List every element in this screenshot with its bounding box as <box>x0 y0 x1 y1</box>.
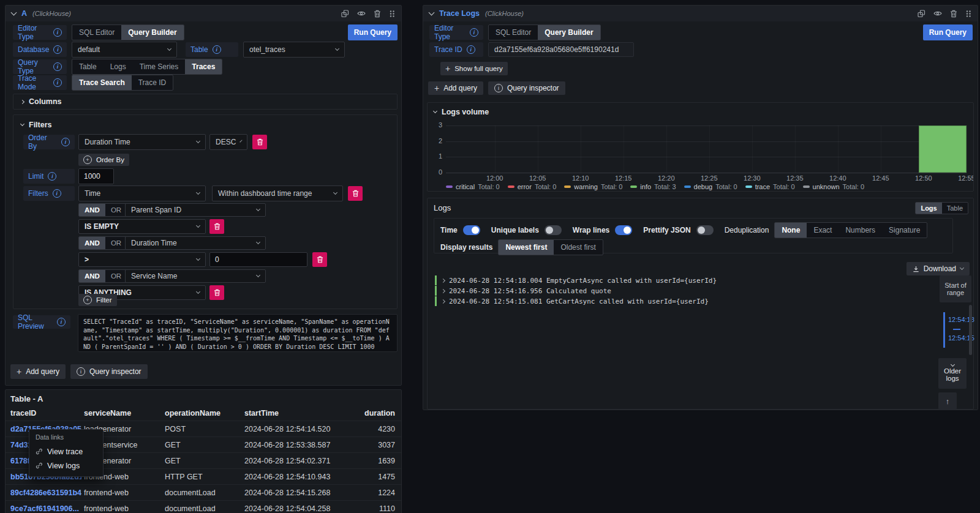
option-logs[interactable]: Logs <box>916 203 941 214</box>
log-entry[interactable]: 2024-06-28 12:54:16.956 Calculated quote <box>435 286 907 296</box>
option-numbers[interactable]: Numbers <box>839 223 882 238</box>
order-by-field-select[interactable]: Duration Time <box>78 134 206 150</box>
columns-section-toggle[interactable]: Columns <box>13 94 398 110</box>
and-or-toggle[interactable]: ANDOR <box>78 269 127 283</box>
option-table[interactable]: Table <box>72 59 104 74</box>
older-logs-button[interactable]: Older logs <box>938 358 967 389</box>
eye-icon[interactable] <box>933 10 942 17</box>
duplicate-icon[interactable] <box>918 10 925 18</box>
option-or[interactable]: OR <box>105 237 127 249</box>
legend-item-error[interactable]: errorTotal: 0 <box>508 183 557 190</box>
delete-condition-button[interactable] <box>312 252 327 267</box>
condition-operator-select[interactable]: IS EMPTY <box>78 219 206 234</box>
trace-mode-toggle[interactable]: Trace SearchTrace ID <box>72 75 173 91</box>
option-sql-editor[interactable]: SQL Editor <box>489 25 538 40</box>
legend-item-warning[interactable]: warningTotal: 0 <box>564 183 622 190</box>
info-icon[interactable]: i <box>213 45 221 54</box>
option-query-builder[interactable]: Query Builder <box>121 25 183 40</box>
column-header-starttime[interactable]: startTime <box>242 406 342 421</box>
table-select[interactable]: otel_traces <box>243 42 345 58</box>
option-trace-search[interactable]: Trace Search <box>72 75 132 90</box>
info-icon[interactable]: i <box>53 78 62 87</box>
order-by-direction-select[interactable]: DESC <box>209 134 247 150</box>
option-logs[interactable]: Logs <box>104 59 133 74</box>
option-sql-editor[interactable]: SQL Editor <box>72 25 121 40</box>
column-header-traceid[interactable]: traceID <box>6 406 81 421</box>
info-icon[interactable]: i <box>470 28 478 37</box>
option-query-builder[interactable]: Query Builder <box>538 25 600 40</box>
option-traces[interactable]: Traces <box>185 59 222 74</box>
legend-item-trace[interactable]: traceTotal: 0 <box>745 183 795 190</box>
panel-a-header[interactable]: A (ClickHouse) <box>6 6 401 21</box>
condition-field-select[interactable]: Service Name <box>125 269 266 283</box>
info-icon[interactable]: i <box>61 138 70 146</box>
info-icon[interactable]: i <box>57 318 66 326</box>
time-toggle[interactable] <box>463 225 480 235</box>
show-full-query-button[interactable]: + Show full query <box>440 62 508 75</box>
download-button[interactable]: Download <box>907 262 970 275</box>
query-type-toggle[interactable]: TableLogsTime SeriesTraces <box>72 59 222 75</box>
option-and[interactable]: AND <box>79 270 105 282</box>
display-results-toggle[interactable]: Newest firstOldest first <box>498 239 603 255</box>
view-logs-link[interactable]: View logs <box>36 459 97 473</box>
editor-type-toggle[interactable]: SQL EditorQuery Builder <box>72 24 184 40</box>
trace-id-input[interactable]: d2a7155ef6a928a05680e5ff6190241d <box>488 42 634 57</box>
editor-type-toggle[interactable]: SQL EditorQuery Builder <box>488 24 601 40</box>
query-inspector-button[interactable]: i Query inspector <box>70 364 148 379</box>
wrap-lines-toggle[interactable] <box>615 225 632 235</box>
option-trace-id[interactable]: Trace ID <box>132 75 173 90</box>
option-oldest-first[interactable]: Oldest first <box>554 240 602 255</box>
delete-condition-button[interactable] <box>209 219 224 234</box>
database-select[interactable]: default <box>72 42 177 58</box>
collapse-panel-icon[interactable] <box>429 10 435 16</box>
trace-link[interactable]: 89cf4286e631591b4... <box>6 485 81 501</box>
bar-info[interactable] <box>919 125 967 173</box>
expand-log-icon[interactable] <box>441 278 445 282</box>
collapse-panel-icon[interactable] <box>11 10 17 16</box>
and-or-toggle[interactable]: ANDOR <box>78 236 127 250</box>
info-icon[interactable]: i <box>53 62 62 71</box>
and-or-toggle[interactable]: ANDOR <box>78 203 127 217</box>
legend-item-debug[interactable]: debugTotal: 0 <box>684 183 737 190</box>
expand-log-icon[interactable] <box>441 288 445 293</box>
run-query-button[interactable]: Run Query <box>348 24 398 40</box>
limit-input[interactable] <box>78 168 114 184</box>
logs-scrollbar[interactable] <box>969 305 972 355</box>
trash-icon[interactable] <box>374 10 381 18</box>
legend-item-info[interactable]: infoTotal: 3 <box>630 183 676 190</box>
filter-operator-select[interactable]: Within dashboard time range <box>212 185 343 201</box>
option-newest-first[interactable]: Newest first <box>499 240 554 255</box>
trace-logs-header[interactable]: Trace Logs (ClickHouse) <box>423 6 978 21</box>
legend-item-critical[interactable]: criticalTotal: 0 <box>446 183 500 190</box>
option-and[interactable]: AND <box>79 204 105 216</box>
column-header-duration[interactable]: duration <box>342 406 401 421</box>
drag-handle-icon[interactable] <box>965 10 971 18</box>
legend-item-unknown[interactable]: unknownTotal: 0 <box>803 183 865 190</box>
condition-field-select[interactable]: Duration Time <box>125 236 266 250</box>
column-header-operationname[interactable]: operationName <box>162 406 242 421</box>
option-none[interactable]: None <box>775 223 807 238</box>
option-or[interactable]: OR <box>105 270 127 282</box>
scroll-to-top-button[interactable]: ↑ <box>938 392 957 410</box>
condition-operator-select[interactable]: > <box>78 252 206 267</box>
column-header-servicename[interactable]: serviceName <box>81 406 162 421</box>
log-entry[interactable]: 2024-06-28 12:54:15.081 GetCartAsync cal… <box>435 296 907 306</box>
filters-section-toggle[interactable]: Filters <box>21 121 52 129</box>
option-and[interactable]: AND <box>79 237 105 249</box>
delete-filter-button[interactable] <box>348 186 363 201</box>
eye-icon[interactable] <box>357 10 366 17</box>
info-icon[interactable]: i <box>48 172 56 181</box>
trace-link[interactable]: 9ce7acf61941906... <box>6 501 81 513</box>
option-or[interactable]: OR <box>105 204 127 216</box>
filter-field-select[interactable]: Time <box>78 185 206 201</box>
expand-log-icon[interactable] <box>441 299 445 303</box>
info-icon[interactable]: i <box>467 45 475 54</box>
prettify-json-toggle[interactable] <box>696 225 714 235</box>
log-entry[interactable]: 2024-06-28 12:54:18.004 EmptyCartAsync c… <box>435 275 907 285</box>
add-query-button[interactable]: + Add query <box>428 81 483 95</box>
condition-field-select[interactable]: Parent Span ID <box>125 203 266 217</box>
duplicate-icon[interactable] <box>341 10 349 18</box>
unique-labels-toggle[interactable] <box>545 225 562 235</box>
info-icon[interactable]: i <box>53 28 62 37</box>
info-icon[interactable]: i <box>53 45 62 54</box>
